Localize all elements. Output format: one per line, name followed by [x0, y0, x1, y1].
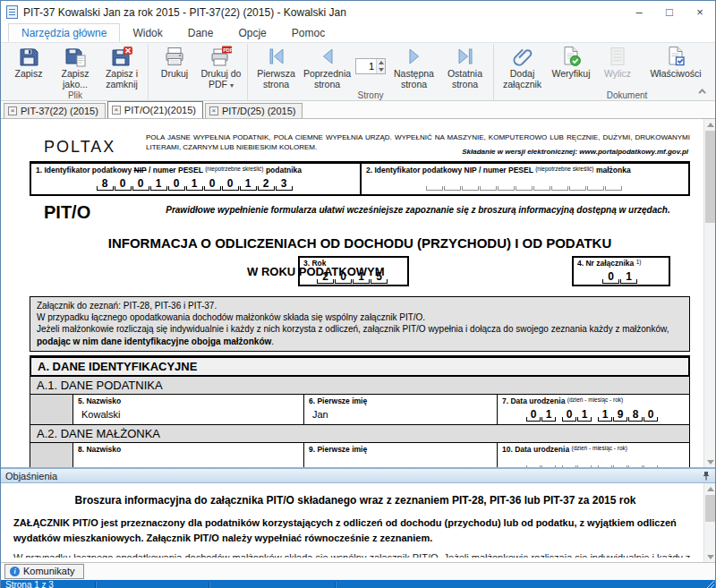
przelew-button[interactable]: Przelew	[711, 44, 716, 90]
close-tab-icon[interactable]: ×	[209, 107, 218, 115]
close-icon: ×	[696, 5, 703, 19]
field-3-value[interactable]: 2015	[303, 270, 404, 284]
minimize-icon: –	[635, 5, 642, 19]
scrollbar-thumb[interactable]	[705, 131, 715, 223]
field-9-imie[interactable]: 9. Pierwsze imię	[304, 443, 498, 468]
group-plik: Zapisz Zapisz jako... Zapisz i zamknij P…	[3, 44, 149, 100]
objasnienia-scrollbar[interactable]	[703, 483, 715, 562]
tab-dane[interactable]: Dane	[175, 24, 226, 42]
page-spin-up-button[interactable]	[377, 59, 385, 66]
last-page-icon	[455, 45, 476, 68]
document-tab-bar: × PIT-37(22) (2015) × PIT/O(21)(2015) × …	[1, 101, 715, 119]
wylicz-button[interactable]: Wylicz	[594, 44, 641, 90]
zapisz-button[interactable]: Zapisz	[5, 44, 52, 90]
zapisz-i-zamknij-button[interactable]: Zapisz i zamknij	[98, 44, 145, 90]
komunikaty-tab[interactable]: i Komunikaty	[4, 564, 84, 579]
field-7-value[interactable]: 01011980	[502, 408, 685, 422]
drukuj-do-pdf-button[interactable]: PDF Drukuj do PDF ▾	[198, 44, 244, 90]
field-2-pesel-malzonka[interactable]: 2. Identyfikator podatkowy NIP / numer P…	[360, 164, 688, 194]
ostatnia-strona-button[interactable]: Ostatnia strona	[439, 44, 490, 90]
field-4-value[interactable]: 01	[577, 270, 665, 284]
nastepna-strona-label: Następna strona	[388, 69, 439, 90]
ribbon: Zapisz Zapisz jako... Zapisz i zamknij P…	[1, 42, 715, 101]
tab-pomoc[interactable]: Pomoc	[279, 24, 337, 42]
wlasciwosci-label: Właściwości	[650, 69, 701, 80]
objasnienia-header[interactable]: Objaśnienia	[1, 468, 715, 483]
pin-icon[interactable]	[702, 468, 711, 484]
form-viewport: POLTAX POLA JASNE WYPEŁNIA PODATNIK, POL…	[1, 119, 715, 468]
identifier-row: 1. Identyfikator podatkowy NIP / numer P…	[30, 161, 690, 196]
group-label-plik: Plik	[5, 90, 145, 101]
field-2-value[interactable]	[366, 177, 684, 191]
nastepna-strona-button[interactable]: Następna strona	[388, 44, 439, 90]
paperclip-icon	[512, 45, 533, 68]
doc-tab-pito[interactable]: × PIT/O(21)(2015)	[107, 101, 203, 118]
scroll-down-button[interactable]	[704, 551, 715, 562]
efiling-note: Składanie w wersji elektronicznej: www.p…	[462, 148, 688, 156]
zapisz-jako-button[interactable]: Zapisz jako...	[52, 44, 98, 90]
field-10-small: (dzień - miesiąc - rok)	[571, 445, 626, 451]
scroll-down-icon	[707, 460, 714, 464]
scroll-up-button[interactable]	[704, 119, 715, 130]
doc-tab-pit37[interactable]: × PIT-37(22) (2015)	[4, 103, 106, 118]
info-icon: i	[10, 567, 20, 576]
scrollbar-thumb[interactable]	[705, 495, 715, 522]
scroll-down-button[interactable]	[704, 456, 715, 467]
field-1-pesel-podatnika[interactable]: 1. Identyfikator podatkowy NIP / numer P…	[31, 164, 360, 194]
tab-opcje[interactable]: Opcje	[226, 24, 278, 42]
field-7-small: (dzień - miesiąc - rok)	[567, 396, 623, 403]
printer-icon	[164, 45, 185, 68]
field-6-imie[interactable]: 6. Pierwsze imię Jan	[304, 395, 498, 424]
field-10-value[interactable]	[502, 456, 685, 468]
close-button[interactable]: ×	[685, 1, 715, 23]
ribbon-tab-bar: Narzędzia główne Widok Dane Opcje Pomoc	[1, 23, 715, 42]
zapisz-i-zamknij-label: Zapisz i zamknij	[98, 69, 145, 90]
doc-tab-pitd-label: PIT/D(25) (2015)	[222, 106, 296, 116]
collapse-ribbon-button[interactable]	[697, 86, 710, 97]
wlasciwosci-button[interactable]: Właściwości	[641, 44, 711, 90]
close-tab-icon[interactable]: ×	[8, 107, 17, 115]
attachment-info-box: Załącznik do zeznań: PIT-28, PIT-36 i PI…	[30, 296, 690, 352]
scroll-up-button[interactable]	[704, 483, 715, 494]
doc-tab-pitd[interactable]: × PIT/D(25) (2015)	[205, 103, 303, 118]
chevron-up-icon	[698, 89, 705, 96]
title-bar: PIT-37 Kowalski Jan za rok 2015 - PIT-37…	[1, 1, 715, 23]
maximize-button[interactable]: □	[654, 1, 685, 23]
section-a-header: A. DANE IDENTYFIKACYJNE	[30, 355, 690, 377]
maximize-icon: □	[666, 5, 673, 19]
tab-narzedzia-glowne[interactable]: Narzędzia główne	[8, 23, 120, 42]
drukuj-button[interactable]: Drukuj	[151, 44, 198, 90]
field-7-data-urodzenia[interactable]: 7. Data urodzenia (dzień - miesiąc - rok…	[498, 395, 689, 424]
dodaj-zalacznik-label: Dodaj załącznik	[497, 69, 548, 90]
resize-grip[interactable]	[704, 579, 714, 588]
page-number-input[interactable]	[356, 59, 376, 73]
minimize-button[interactable]: –	[624, 1, 654, 23]
field-10-data-urodzenia[interactable]: 10. Data urodzenia (dzień - miesiąc - ro…	[498, 443, 689, 468]
dropdown-caret-icon: ▾	[230, 81, 234, 89]
poprzednia-strona-button[interactable]: Poprzednia strona	[302, 44, 353, 90]
group-dokument: Dodaj załącznik Weryfikuj Wylicz	[494, 44, 716, 100]
info-line-1: Załącznik do zeznań: PIT-28, PIT-36 i PI…	[37, 300, 683, 311]
form-code-row: PIT/O Prawidłowe wypełnienie formularza …	[30, 202, 690, 223]
info-line-2: W przypadku łącznego opodatkowania docho…	[37, 311, 683, 323]
field-3-rok[interactable]: 3. Rok 2015	[298, 256, 409, 286]
tab-widok[interactable]: Widok	[120, 24, 175, 42]
scroll-up-icon	[707, 487, 714, 491]
close-tab-icon[interactable]: ×	[112, 106, 121, 115]
field-8-nazwisko[interactable]: 8. Nazwisko	[73, 443, 304, 468]
malzonek-fields-row: 8. Nazwisko 9. Pierwsze imię 10. Data ur…	[30, 443, 690, 468]
status-divider	[335, 582, 336, 588]
poprzednia-strona-label: Poprzednia strona	[302, 69, 353, 90]
page-spin-down-button[interactable]	[377, 66, 385, 73]
previous-page-icon	[317, 45, 338, 68]
weryfikuj-button[interactable]: Weryfikuj	[548, 44, 594, 90]
field-4-nr-zalacznika[interactable]: 4. Nr załącznika 1) 01	[572, 256, 670, 286]
field-4-sup: 1)	[636, 259, 642, 265]
form-scrollbar[interactable]	[703, 119, 715, 467]
verify-document-icon	[560, 45, 582, 68]
dodaj-zalacznik-button[interactable]: Dodaj załącznik	[497, 44, 548, 90]
scroll-up-icon	[707, 123, 714, 127]
pierwsza-strona-button[interactable]: Pierwsza strona	[251, 44, 302, 90]
field-5-nazwisko[interactable]: 5. Nazwisko Kowalski	[73, 395, 304, 424]
field-1-value[interactable]: 80010100123	[36, 177, 355, 191]
